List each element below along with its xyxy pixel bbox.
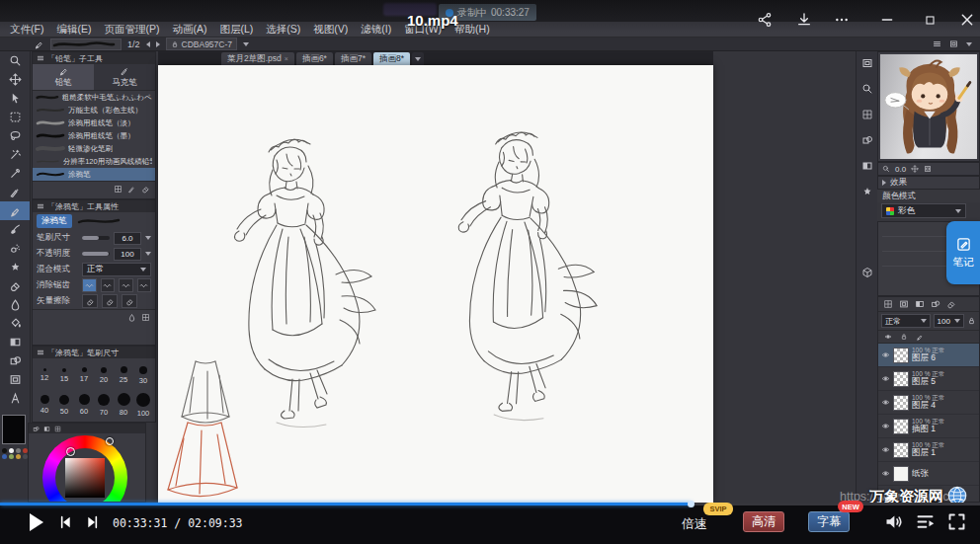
eye-icon[interactable] — [881, 350, 890, 359]
color-slider-tab-icon[interactable] — [43, 426, 50, 432]
gradient-tool-icon[interactable] — [0, 333, 30, 351]
drawing-canvas[interactable] — [158, 65, 713, 503]
layer-row[interactable]: 100 % 正常图层 5 — [878, 367, 979, 391]
download-button[interactable] — [794, 10, 814, 30]
layer-row[interactable]: 100 % 正常图层 6 — [878, 344, 979, 367]
brush-item[interactable]: 粗糙柔软中毛笔ふわふわペン 中阻 — [33, 91, 155, 104]
zoom-tool-icon[interactable] — [0, 51, 30, 70]
decoration-tool-icon[interactable] — [0, 258, 30, 276]
selected-subtool-chip[interactable]: 涂鸦笔 — [37, 214, 72, 228]
edit-brush-icon[interactable] — [127, 185, 136, 194]
navigator-panel-icon[interactable] — [861, 57, 873, 69]
color-set-tab-icon[interactable] — [54, 426, 61, 432]
opacity-dropdown-icon[interactable] — [145, 252, 151, 256]
video-surface[interactable]: PAINT EX 录制中 00:33:27 文件(F) 编辑(E) 页面管理(P… — [0, 0, 980, 503]
pen-tool-icon[interactable] — [0, 183, 30, 201]
subview-panel-icon[interactable] — [861, 83, 873, 95]
color-mode-select[interactable]: 彩色 — [881, 203, 966, 218]
vector-erase-option[interactable] — [122, 294, 137, 308]
layer-opacity-select[interactable]: 100 — [934, 314, 964, 328]
document-tab[interactable]: 插画7* — [335, 52, 371, 65]
move-tool-icon[interactable] — [0, 70, 30, 89]
document-tab-active[interactable]: 插画8* — [373, 52, 410, 65]
play-button[interactable] — [30, 513, 43, 531]
layer-blend-select[interactable]: 正常 — [881, 314, 931, 328]
3d-material-icon[interactable] — [861, 267, 873, 278]
gradient-panel-icon[interactable] — [861, 160, 873, 172]
eye-icon[interactable] — [881, 422, 890, 430]
document-tab[interactable]: 菜月2草图.psd × — [221, 52, 294, 65]
page-next-icon[interactable] — [156, 41, 160, 47]
operation-tool-icon[interactable] — [0, 89, 30, 108]
brush-item[interactable]: 分辨率120用动画风线稿铅笔（解 — [33, 155, 155, 168]
foreground-color-swatch[interactable] — [2, 415, 26, 444]
text-tool-icon[interactable] — [0, 389, 30, 408]
eyedropper-tool-icon[interactable] — [0, 164, 30, 183]
brush-size-option[interactable]: 60 — [74, 390, 94, 420]
saturation-value-box[interactable] — [65, 458, 105, 498]
fit-screen-icon[interactable] — [924, 165, 932, 173]
brush-size-slider[interactable] — [82, 236, 110, 240]
minimize-button[interactable] — [877, 10, 897, 30]
more-button[interactable] — [832, 10, 852, 30]
marquee-tool-icon[interactable] — [0, 108, 30, 126]
add-brush-icon[interactable] — [114, 185, 122, 194]
brush-size-option[interactable]: 30 — [133, 360, 153, 390]
brush-size-option[interactable]: 20 — [94, 360, 114, 390]
brush-size-option[interactable]: 100 — [133, 390, 153, 420]
next-button[interactable] — [85, 514, 101, 530]
note-button[interactable]: 笔记 — [946, 221, 980, 284]
opacity-slider[interactable] — [82, 252, 110, 256]
brush-size-dropdown-icon[interactable] — [145, 236, 151, 240]
lock-layer-icon[interactable] — [967, 316, 976, 326]
brush-item-selected[interactable]: 涂鸦笔 — [33, 168, 155, 181]
panel-menu-icon[interactable] — [37, 202, 44, 210]
eye-icon[interactable] — [881, 398, 890, 407]
tab-list-dropdown-icon[interactable] — [412, 52, 424, 65]
brush-item[interactable]: 轻微渗化笔刷 — [33, 142, 155, 155]
tab-close-icon[interactable]: × — [285, 55, 288, 62]
antialias-option[interactable] — [137, 278, 152, 292]
workspace-frame-icon[interactable] — [949, 39, 958, 48]
navigator-preview[interactable] — [880, 54, 977, 159]
draft-icon[interactable] — [916, 333, 924, 341]
lasso-tool-icon[interactable] — [0, 126, 30, 145]
brush-item[interactable]: 涂鸦用粗线笔（淡） — [33, 117, 155, 129]
eye-icon[interactable] — [881, 469, 890, 478]
brush-size-option[interactable]: 15 — [54, 360, 74, 390]
tool-tab-marker[interactable]: 马克笔 — [94, 64, 155, 90]
lock-icon[interactable] — [900, 333, 908, 341]
brush-size-option[interactable]: 25 — [114, 360, 133, 390]
layer-row[interactable]: 100 % 正常图层 4 — [878, 391, 979, 415]
frame-tool-icon[interactable] — [0, 370, 30, 389]
brush-size-option[interactable]: 40 — [35, 390, 54, 420]
rotate-left-icon[interactable] — [882, 165, 890, 173]
fill-tool-icon[interactable] — [0, 314, 30, 333]
volume-button[interactable] — [883, 511, 904, 532]
color-history-swatches[interactable] — [2, 448, 28, 459]
close-button[interactable] — [957, 10, 977, 30]
panel-menu-icon[interactable] — [37, 349, 44, 356]
quality-button[interactable]: 高清 — [743, 511, 784, 532]
fullscreen-button[interactable] — [946, 511, 967, 532]
layer-row[interactable]: 100 % 正常图层 1 — [878, 438, 979, 462]
effect-row[interactable]: 效果 — [877, 176, 980, 190]
brush-tool-icon[interactable] — [0, 220, 30, 239]
seek-bar[interactable] — [0, 503, 980, 505]
vector-erase-option[interactable] — [102, 294, 118, 308]
brush-size-option[interactable]: 12 — [35, 360, 54, 390]
blend-tool-icon[interactable] — [0, 295, 30, 314]
seek-handle[interactable] — [688, 501, 694, 507]
page-prev-icon[interactable] — [146, 41, 150, 47]
delete-layer-icon[interactable] — [946, 299, 956, 309]
reset-settings-icon[interactable] — [127, 313, 136, 322]
opacity-value[interactable]: 100 — [114, 248, 141, 261]
eye-icon[interactable] — [881, 374, 890, 383]
antialias-option[interactable] — [101, 278, 116, 292]
antialias-option[interactable] — [82, 278, 97, 292]
share-button[interactable] — [755, 10, 775, 30]
maximize-button[interactable] — [920, 10, 939, 30]
previous-button[interactable] — [57, 514, 73, 530]
brush-size-option[interactable]: 17 — [74, 360, 94, 390]
playlist-button[interactable] — [915, 511, 936, 532]
